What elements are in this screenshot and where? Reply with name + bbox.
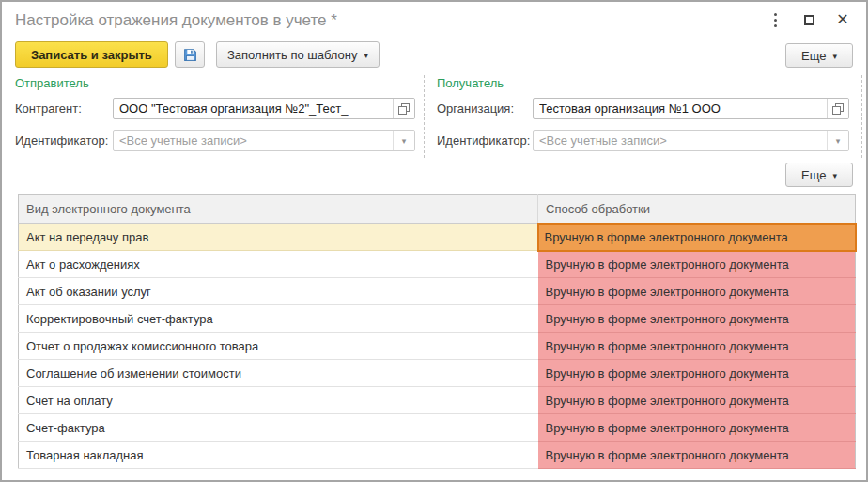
window-menu-button[interactable] (761, 9, 789, 30)
open-button[interactable] (827, 99, 848, 118)
organization-field (533, 98, 849, 119)
processing-method-cell[interactable]: Вручную в форме электронного документа (538, 360, 856, 387)
save-button[interactable] (175, 41, 205, 68)
settings-window: Настройка отражения документов в учете *… (0, 0, 868, 482)
sender-identifier-dropdown-button[interactable]: ▾ (393, 131, 414, 150)
close-icon: ✕ (836, 12, 848, 27)
processing-method-cell[interactable]: Вручную в форме электронного документа (538, 414, 856, 442)
chevron-down-icon: ▾ (364, 51, 368, 60)
chevron-down-icon: ▾ (402, 136, 407, 146)
table-row[interactable]: Счет-фактураВручную в форме электронного… (19, 414, 856, 442)
document-type-cell[interactable]: Товарная накладная (19, 442, 538, 469)
maximize-icon (804, 15, 814, 25)
processing-method-cell[interactable]: Вручную в форме электронного документа (538, 442, 856, 469)
document-type-cell[interactable]: Акт на передачу прав (19, 224, 538, 251)
window-controls: ✕ (761, 9, 857, 30)
open-icon (398, 103, 410, 115)
counterparty-field (113, 98, 415, 119)
table-row[interactable]: Акт об оказании услугВручную в форме эле… (19, 278, 856, 305)
chevron-down-icon: ▾ (836, 136, 841, 146)
table-row[interactable]: Счет на оплатуВручную в форме электронно… (19, 387, 856, 414)
organization-input[interactable] (534, 99, 827, 118)
recipient-identifier-input[interactable] (534, 131, 827, 150)
maximize-button[interactable] (795, 9, 823, 30)
document-type-cell[interactable]: Отчет о продажах комиссионного товара (19, 333, 538, 360)
table-row[interactable]: Акт на передачу правВручную в форме элек… (19, 224, 856, 251)
recipient-heading: Получатель (437, 76, 504, 90)
more-button-top[interactable]: Еще ▾ (785, 43, 853, 68)
table-row[interactable]: Товарная накладнаяВручную в форме электр… (19, 442, 856, 469)
counterparty-label: Контрагент: (15, 101, 82, 116)
document-type-cell[interactable]: Счет на оплату (19, 387, 538, 414)
save-and-close-button[interactable]: Записать и закрыть (15, 41, 168, 68)
column-header-document-type[interactable]: Вид электронного документа (19, 195, 538, 224)
column-header-processing-method[interactable]: Способ обработки (538, 195, 856, 224)
document-type-cell[interactable]: Корректировочный счет-фактура (19, 305, 538, 333)
organization-label: Организация: (437, 101, 514, 116)
processing-method-cell[interactable]: Вручную в форме электронного документа (538, 224, 856, 251)
titlebar: Настройка отражения документов в учете *… (2, 2, 866, 38)
window-title: Настройка отражения документов в учете * (15, 11, 337, 30)
table-row[interactable]: Акт о расхожденияхВручную в форме электр… (19, 251, 856, 278)
table-header-row: Вид электронного документа Способ обрабо… (19, 195, 856, 224)
documents-table: Вид электронного документа Способ обрабо… (18, 194, 857, 469)
sender-identifier-label: Идентификатор: (15, 133, 108, 148)
chevron-down-icon: ▾ (832, 52, 837, 61)
table-row[interactable]: Отчет о продажах комиссионного товараВру… (19, 333, 856, 360)
more-label: Еще (801, 49, 826, 63)
kebab-menu-icon (774, 13, 777, 27)
recipient-identifier-dropdown-button[interactable]: ▾ (827, 131, 848, 150)
open-button[interactable] (393, 99, 414, 118)
save-and-close-label: Записать и закрыть (31, 48, 152, 62)
close-button[interactable]: ✕ (829, 9, 857, 30)
document-type-cell[interactable]: Акт о расхождениях (19, 251, 538, 278)
document-type-cell[interactable]: Акт об оказании услуг (19, 278, 538, 305)
processing-method-cell[interactable]: Вручную в форме электронного документа (538, 251, 856, 278)
table-row[interactable]: Корректировочный счет-фактураВручную в ф… (19, 305, 856, 333)
table-row[interactable]: Соглашение об изменении стоимостиВручную… (19, 360, 856, 387)
processing-method-cell[interactable]: Вручную в форме электронного документа (538, 387, 856, 414)
section-separator (424, 75, 425, 158)
counterparty-input[interactable] (114, 99, 393, 118)
sender-identifier-input[interactable] (114, 131, 393, 150)
sender-heading: Отправитель (15, 76, 89, 90)
table-more-label: Еще (801, 168, 826, 182)
fill-by-template-button[interactable]: Заполнить по шаблону ▾ (216, 41, 380, 68)
recipient-identifier-label: Идентификатор: (437, 133, 530, 148)
document-type-cell[interactable]: Счет-фактура (19, 414, 538, 442)
chevron-down-icon: ▾ (832, 171, 837, 180)
document-type-cell[interactable]: Соглашение об изменении стоимости (19, 360, 538, 387)
recipient-identifier-field: ▾ (533, 130, 849, 151)
processing-method-cell[interactable]: Вручную в форме электронного документа (538, 278, 856, 305)
fill-by-template-label: Заполнить по шаблону (227, 48, 357, 62)
table-more-button[interactable]: Еще ▾ (785, 163, 853, 187)
sender-identifier-field: ▾ (113, 130, 415, 151)
doc-table-body: Акт на передачу правВручную в форме элек… (19, 224, 856, 469)
processing-method-cell[interactable]: Вручную в форме электронного документа (538, 333, 856, 360)
section-separator-right (861, 75, 862, 158)
save-icon (182, 47, 198, 63)
open-icon (832, 103, 844, 115)
processing-method-cell[interactable]: Вручную в форме электронного документа (538, 305, 856, 333)
